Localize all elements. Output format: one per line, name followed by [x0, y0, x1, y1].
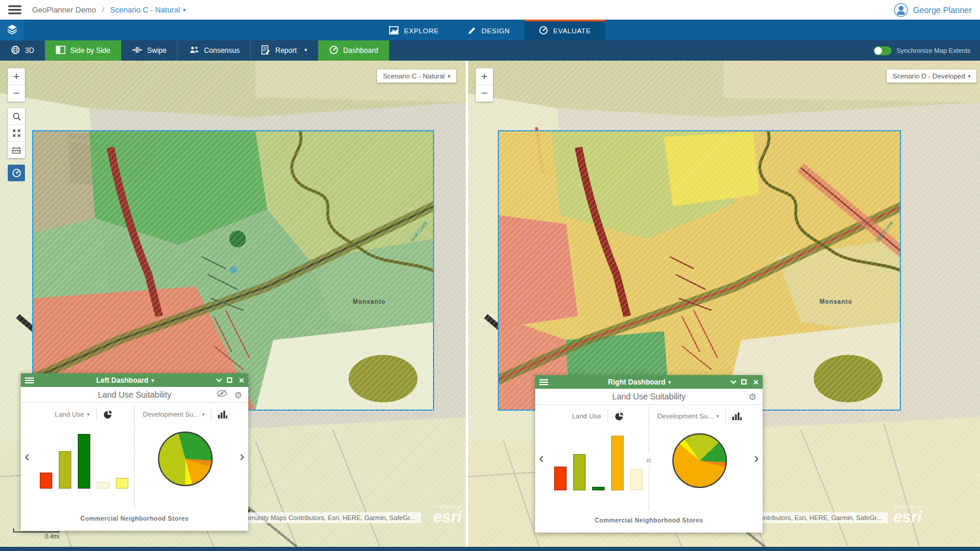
side-by-side-label: Side by Side [70, 46, 110, 55]
top-app-bar: GeoPlanner Demo / Scenario C - Natural G… [0, 0, 980, 20]
swipe-icon [132, 46, 143, 56]
close-panel-icon[interactable]: × [753, 377, 758, 386]
consensus-button[interactable]: Consensus [179, 40, 251, 61]
3d-button-label: 3D [25, 46, 34, 55]
development-suitability-pie-chart [672, 433, 727, 488]
land-use-bar-chart [40, 434, 128, 489]
maximize-panel-icon[interactable] [227, 377, 232, 383]
dashboard-label: Dashboard [343, 46, 378, 55]
gauge-icon [12, 168, 21, 178]
bottom-border-strip [0, 547, 980, 551]
widget-settings-gear-icon[interactable]: ⚙ [235, 391, 242, 399]
close-panel-icon[interactable]: × [239, 376, 244, 385]
carousel-next-arrow[interactable]: › [750, 407, 763, 509]
scenario-selector-left[interactable]: Scenario C - Natural [377, 70, 456, 83]
carousel-prev-arrow[interactable]: ‹ [21, 405, 33, 508]
tab-design[interactable]: DESIGN [453, 20, 524, 40]
maximize-panel-icon[interactable] [741, 379, 747, 385]
chart-caption: Commercial Neighborhood Stores [21, 508, 248, 531]
dashboard-tool-button[interactable] [8, 165, 25, 181]
panel-menu-icon[interactable] [25, 377, 34, 383]
tab-design-label: DESIGN [482, 27, 510, 34]
pie-chart-cell: Development Su... [134, 405, 236, 508]
pie-chart-toggle-icon[interactable] [615, 411, 624, 421]
bar-chart-cell: Land Use [33, 405, 134, 508]
chart-field-dropdown[interactable]: Land Use [572, 413, 601, 420]
widget-title: Land Use Suitability [612, 392, 686, 401]
search-button[interactable] [8, 108, 25, 125]
map-tools-left: + − [8, 68, 25, 181]
map-left[interactable]: Monsanto Seal Creek + − [0, 61, 466, 547]
widget-title: Land Use Suitability [98, 390, 172, 399]
pie-chart-toggle-icon[interactable] [103, 410, 113, 419]
measure-button[interactable] [8, 141, 25, 158]
widget-settings-gear-icon[interactable]: ⚙ [749, 392, 757, 401]
land-use-bar-chart [554, 436, 643, 490]
left-dashboard-header[interactable]: Left Dashboard × [21, 373, 248, 387]
breadcrumb-scenario-dropdown[interactable]: Scenario C - Natural [110, 5, 185, 14]
tab-explore[interactable]: EXPLORE [375, 20, 453, 40]
carousel-next-arrow[interactable]: › [236, 405, 248, 508]
swipe-label: Swipe [147, 46, 167, 55]
zoom-out-button[interactable]: − [476, 85, 493, 102]
collapse-charts-arrows[interactable]: « [646, 454, 652, 467]
user-name[interactable]: George Planner [913, 5, 972, 15]
chart-caption: Commercial Neighborhood Stores [535, 509, 763, 533]
esri-logo-left: POWERED BYesri [433, 505, 463, 525]
chart-field-dropdown[interactable]: Development Su... [143, 411, 205, 418]
right-dashboard-header[interactable]: Right Dashboard × [535, 375, 763, 389]
globe-icon [11, 45, 20, 56]
search-icon [12, 112, 21, 121]
scenario-selector-right[interactable]: Scenario D - Developed [887, 70, 976, 83]
development-suitability-pie-chart [158, 432, 213, 486]
app-menu-icon[interactable] [8, 5, 21, 14]
consensus-icon [189, 46, 199, 56]
panel-menu-icon[interactable] [539, 379, 548, 385]
pie-chart-cell: Development Su... [649, 407, 750, 509]
tab-evaluate[interactable]: EVALUATE [524, 20, 605, 40]
report-label: Report [275, 46, 296, 55]
chart-field-dropdown[interactable]: Development Su... [657, 413, 719, 420]
left-dashboard-panel: Left Dashboard × Land Use Suitability ⚙ … [21, 373, 248, 531]
bar-chart-toggle-icon[interactable] [732, 412, 742, 420]
gauge-icon [329, 45, 339, 56]
full-extent-button[interactable] [8, 125, 25, 141]
breadcrumb-app-title: GeoPlanner Demo [32, 5, 96, 14]
zoom-in-button[interactable]: + [476, 68, 493, 85]
zoom-in-button[interactable]: + [8, 68, 25, 85]
map-tools-right: + − [476, 68, 493, 102]
side-by-side-button[interactable]: Side by Side [45, 40, 121, 61]
synchronize-extents-label: Synchronize Map Extents [896, 47, 970, 54]
design-icon [467, 26, 476, 36]
breadcrumb-separator: / [102, 5, 105, 14]
map-right[interactable]: Monsanto Seal Creek + − Scenario D - Dev… [468, 61, 980, 547]
left-dashboard-title-dropdown[interactable]: Left Dashboard [34, 376, 216, 385]
visibility-off-icon[interactable] [216, 389, 227, 400]
esri-logo-right: POWERED BYesri [893, 505, 924, 525]
bar-chart-cell: Land Use [548, 407, 649, 509]
evaluate-toolbar: 3D Side by Side Swipe Consensus Report D… [0, 40, 980, 61]
map-compare-area: Monsanto Seal Creek + − [0, 61, 980, 547]
user-avatar-icon[interactable] [894, 3, 908, 17]
synchronize-extents-toggle[interactable] [874, 46, 892, 55]
report-dropdown-button[interactable]: Report [251, 40, 318, 61]
collapse-panel-icon[interactable] [216, 376, 222, 382]
right-dashboard-panel: Right Dashboard × Land Use Suitability ⚙… [535, 375, 763, 533]
carousel-prev-arrow[interactable]: ‹ [535, 407, 548, 509]
side-by-side-icon [56, 46, 65, 56]
bar-chart-toggle-icon[interactable] [218, 410, 227, 418]
chart-field-dropdown[interactable]: Land Use [55, 411, 89, 418]
evaluate-icon [539, 26, 548, 36]
scale-label: 0.4mi [13, 533, 59, 540]
measure-icon [11, 146, 21, 154]
zoom-out-button[interactable]: − [8, 85, 25, 102]
tab-evaluate-label: EVALUATE [554, 27, 591, 34]
dashboard-button[interactable]: Dashboard [318, 40, 389, 61]
main-navbar: EXPLORE DESIGN EVALUATE [0, 20, 980, 40]
place-label: Monsanto [820, 298, 852, 305]
collapse-panel-icon[interactable] [731, 378, 736, 384]
3d-button[interactable]: 3D [0, 40, 45, 61]
expand-icon [12, 128, 21, 138]
swipe-button[interactable]: Swipe [121, 40, 178, 61]
right-dashboard-title-dropdown[interactable]: Right Dashboard [548, 378, 731, 386]
